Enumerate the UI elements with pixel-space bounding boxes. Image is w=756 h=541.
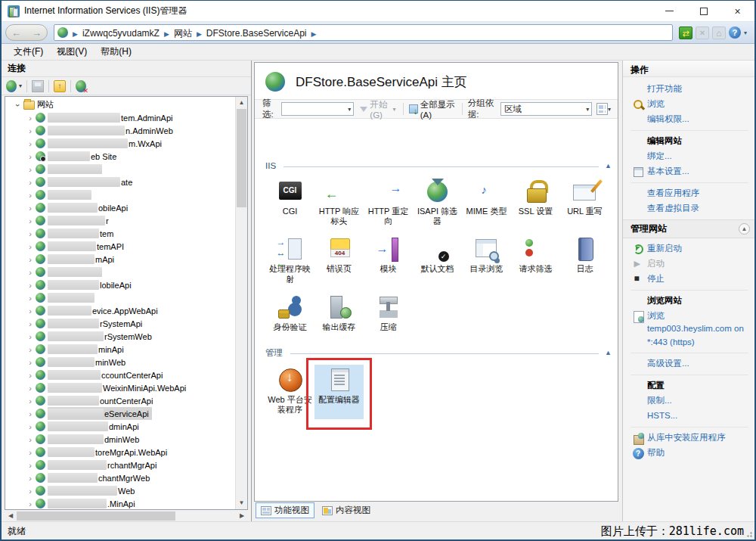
create-connection-caret[interactable]: ▾	[19, 82, 22, 89]
delete-connection-icon[interactable]	[76, 80, 86, 92]
help-icon[interactable]	[729, 26, 741, 39]
site-tree-item[interactable]: › .MinApi	[5, 497, 234, 510]
section-collapse-icon[interactable]: ▲	[739, 223, 750, 235]
site-tree-item[interactable]: › r	[5, 214, 234, 227]
site-tree-item[interactable]: › rSystemApi	[5, 317, 234, 330]
action-link[interactable]: 打开功能	[629, 82, 750, 97]
site-tree-item[interactable]: › chantMgrWeb	[5, 471, 234, 484]
expander-icon[interactable]: ›	[26, 487, 34, 496]
back-button[interactable]: ←	[11, 28, 21, 38]
site-tree-item[interactable]: › tem	[5, 227, 234, 240]
action-link[interactable]: 浏览	[629, 97, 750, 112]
site-tree-item[interactable]: › ate	[5, 176, 234, 188]
site-tree-item[interactable]: › rchantMgrApi	[5, 459, 234, 471]
expander-icon[interactable]: ›	[26, 319, 34, 328]
site-tree-item[interactable]: › eServiceApi	[5, 407, 234, 420]
expander-icon[interactable]: ›	[26, 204, 34, 213]
tab-功能视图[interactable]: 功能视图	[256, 502, 314, 518]
site-tree-item[interactable]: › tem.AdminApi	[5, 111, 234, 124]
expander-icon[interactable]: ›	[26, 422, 34, 431]
filter-input[interactable]: ▾	[281, 102, 354, 116]
action-link[interactable]: 浏览 temp003.heyslim.com on *:443 (https)	[629, 309, 750, 350]
site-tree-item[interactable]: › Web	[5, 484, 234, 497]
feature-tile-isapi-filters[interactable]: ISAPI 筛选器	[413, 176, 462, 231]
menu-item[interactable]: 帮助(H)	[94, 44, 138, 60]
create-connection-icon[interactable]	[6, 80, 17, 92]
expander-icon[interactable]: ›	[26, 242, 34, 251]
action-link[interactable]: 停止	[629, 272, 750, 287]
feature-tile-http-response-headers[interactable]: HTTP 响应标头	[314, 176, 364, 231]
minimize-button[interactable]	[652, 1, 686, 21]
expander-icon[interactable]: ›	[26, 255, 34, 264]
group-by-select[interactable]: 区域 ▾	[500, 102, 592, 116]
expander-icon[interactable]: ›	[26, 191, 34, 200]
group-collapse-icon[interactable]: ▲	[605, 162, 612, 169]
feature-tile-web-platform-installer[interactable]: Web 平台安装程序	[265, 365, 314, 419]
action-link[interactable]: 基本设置...	[629, 164, 750, 179]
site-tree-item[interactable]: › rSystemWeb	[5, 330, 234, 343]
scroll-thumb-horizontal[interactable]	[17, 511, 175, 521]
site-tree-item[interactable]: › temAPI	[5, 240, 234, 253]
site-tree-item[interactable]: ›	[5, 163, 234, 176]
expander-icon[interactable]: ›	[26, 178, 34, 187]
feature-tile-request-filtering[interactable]: 请求筛选	[511, 234, 560, 288]
feature-tile-mime-types[interactable]: MIME 类型	[462, 176, 511, 231]
scroll-down-icon[interactable]: ▼	[236, 497, 247, 509]
action-link[interactable]: 编辑权限...	[629, 112, 750, 127]
expander-icon[interactable]: ›	[26, 358, 34, 367]
feature-tile-url-rewrite[interactable]: URL 重写	[560, 176, 609, 231]
scroll-thumb[interactable]	[237, 109, 246, 207]
menu-item[interactable]: 文件(F)	[8, 44, 49, 60]
breadcrumb-item[interactable]: 网站	[174, 28, 192, 39]
feature-tile-configuration-editor[interactable]: 配置编辑器	[314, 365, 364, 419]
breadcrumb-item[interactable]: DFStore.BaseServiceApi	[206, 28, 307, 39]
tree-root-sites[interactable]: ›网站	[5, 98, 234, 111]
site-tree-item[interactable]: › evice.AppWebApi	[5, 304, 234, 317]
feature-tile-http-redirect[interactable]: HTTP 重定向	[364, 176, 413, 231]
close-button[interactable]: ×	[720, 1, 754, 21]
view-mode-icon[interactable]	[596, 103, 608, 115]
action-link[interactable]: 限制...	[629, 393, 750, 409]
expander-icon[interactable]: ›	[26, 126, 34, 135]
expander-icon[interactable]: ›	[26, 281, 34, 290]
expander-icon[interactable]: ›	[26, 152, 34, 161]
feature-tile-modules[interactable]: 模块	[364, 234, 413, 288]
view-mode-caret[interactable]: ▾	[608, 106, 611, 113]
feature-tile-logging[interactable]: 日志	[560, 234, 609, 288]
breadcrumb-item[interactable]: iZwwqc5yvudamkZ	[82, 28, 160, 39]
expander-icon[interactable]: ›	[26, 461, 34, 470]
action-link[interactable]: 帮助	[629, 446, 750, 461]
site-tree-item[interactable]: › lobileApi	[5, 278, 234, 291]
site-tree-item[interactable]: › minWeb	[5, 356, 234, 368]
expander-icon[interactable]: ›	[26, 306, 34, 316]
site-tree-item[interactable]: › m.WxApi	[5, 137, 234, 150]
up-level-icon[interactable]	[54, 80, 66, 92]
site-tree-item[interactable]: › WeixinMiniApi.WebApi	[5, 381, 234, 394]
forward-button[interactable]: →	[32, 28, 42, 38]
site-tree-item[interactable]: › mApi	[5, 253, 234, 266]
expander-icon[interactable]: ›	[26, 384, 34, 393]
feature-tile-default-document[interactable]: 默认文档	[413, 234, 462, 288]
group-collapse-icon[interactable]: ▲	[605, 349, 612, 356]
scroll-left-icon[interactable]: ◀	[5, 511, 17, 521]
expander-icon[interactable]: ›	[26, 268, 34, 277]
feature-tile-authentication[interactable]: 身份验证	[265, 292, 314, 337]
site-tree-item[interactable]: › ccountCenterApi	[5, 368, 234, 381]
show-all-button[interactable]: 全部显示(A)	[409, 99, 457, 120]
scroll-right-icon[interactable]: ▶	[236, 511, 248, 521]
site-tree-item[interactable]: › eb Site	[5, 150, 234, 163]
tab-内容视图[interactable]: 内容视图	[318, 503, 375, 518]
tree-horizontal-scrollbar[interactable]: ◀ ▶	[5, 511, 248, 521]
maximize-button[interactable]	[686, 1, 720, 21]
breadcrumb[interactable]: ▶iZwwqc5yvudamkZ▶网站▶DFStore.BaseServiceA…	[54, 24, 673, 41]
site-tree-item[interactable]: › obileApi	[5, 201, 234, 214]
site-tree-item[interactable]: ›	[5, 188, 234, 201]
expander-icon[interactable]: ›	[26, 229, 34, 238]
restart-page-icon[interactable]	[679, 26, 692, 39]
feature-tile-ssl-settings[interactable]: SSL 设置	[511, 176, 560, 231]
feature-tile-output-caching[interactable]: 输出缓存	[314, 292, 364, 337]
expander-icon[interactable]: ›	[26, 409, 34, 418]
feature-tile-cgi[interactable]: CGI	[265, 176, 314, 231]
site-tree-item[interactable]: ›	[5, 291, 234, 304]
expander-icon[interactable]: ›	[26, 396, 34, 406]
